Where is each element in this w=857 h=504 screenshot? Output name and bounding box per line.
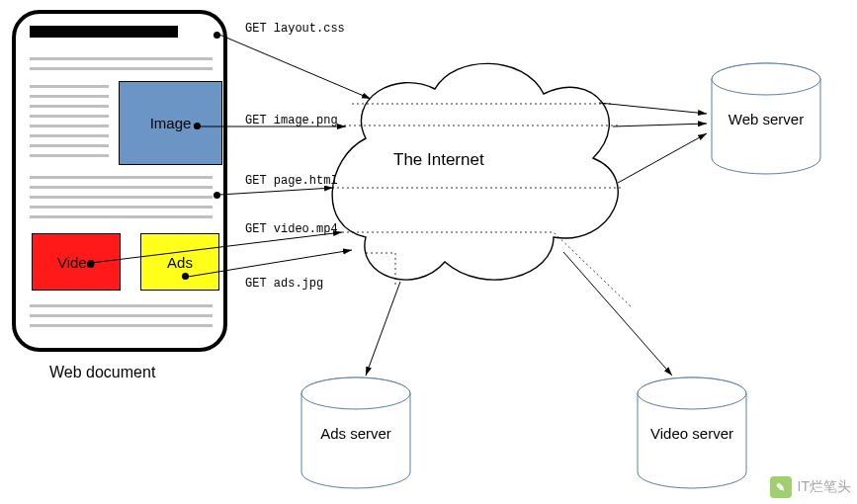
text-line: [30, 215, 213, 218]
svg-point-17: [638, 378, 746, 409]
svg-line-12: [366, 282, 400, 376]
text-line: [30, 314, 213, 317]
text-line: [30, 95, 109, 98]
web-server-label: Web server: [728, 111, 804, 127]
svg-point-13: [712, 63, 820, 95]
web-document-frame: Image Video Ads: [12, 10, 227, 352]
svg-line-11: [563, 252, 672, 376]
svg-line-3: [219, 35, 371, 99]
text-line: [30, 196, 213, 199]
request-label-ads: GET ads.jpg: [245, 277, 323, 291]
text-line: [30, 176, 213, 179]
ads-resource: Ads: [140, 233, 219, 291]
request-label-video: GET video.mp4: [245, 222, 338, 236]
svg-point-14: [712, 63, 820, 95]
request-label-image: GET image.png: [245, 114, 338, 127]
watermark: ✎ IT烂笔头: [770, 476, 851, 498]
origin-dot-page: [214, 192, 220, 199]
cloud-icon: [332, 63, 618, 280]
header-bar: [30, 26, 178, 38]
ads-label: Ads: [167, 254, 193, 271]
text-line: [30, 105, 109, 108]
text-line: [30, 57, 213, 60]
text-line: [30, 206, 213, 209]
text-line: [30, 125, 109, 127]
svg-line-9: [613, 124, 707, 126]
origin-dot-ads: [182, 273, 189, 280]
svg-point-15: [301, 378, 410, 409]
text-line: [30, 67, 213, 70]
web-document-caption: Web document: [49, 364, 155, 381]
svg-point-18: [638, 378, 746, 409]
svg-line-8: [599, 103, 707, 114]
text-line: [30, 115, 109, 118]
watermark-text: IT烂笔头: [798, 478, 851, 496]
request-label-page: GET page.html: [245, 174, 338, 188]
image-label: Image: [150, 115, 192, 131]
origin-dot-image: [194, 123, 201, 129]
video-server-icon: [638, 378, 746, 488]
svg-line-10: [618, 133, 707, 183]
svg-line-5: [219, 188, 333, 195]
cloud-label: The Internet: [393, 150, 484, 170]
wechat-icon: ✎: [770, 476, 792, 498]
ads-server-label: Ads server: [320, 425, 391, 442]
text-line: [30, 154, 109, 157]
text-line: [30, 186, 213, 189]
svg-point-16: [301, 378, 410, 409]
text-line: [30, 85, 109, 88]
text-line: [30, 144, 109, 147]
image-resource: Image: [119, 81, 222, 165]
ads-server-icon: [301, 378, 410, 488]
text-line: [30, 324, 213, 327]
text-line: [30, 134, 109, 137]
text-line: [30, 304, 213, 307]
video-server-label: Video server: [650, 425, 733, 442]
origin-dot-css: [214, 32, 220, 39]
request-label-css: GET layout.css: [245, 22, 345, 36]
origin-dot-video: [87, 261, 94, 268]
web-server-icon: [712, 63, 820, 174]
video-resource: Video: [32, 233, 121, 291]
